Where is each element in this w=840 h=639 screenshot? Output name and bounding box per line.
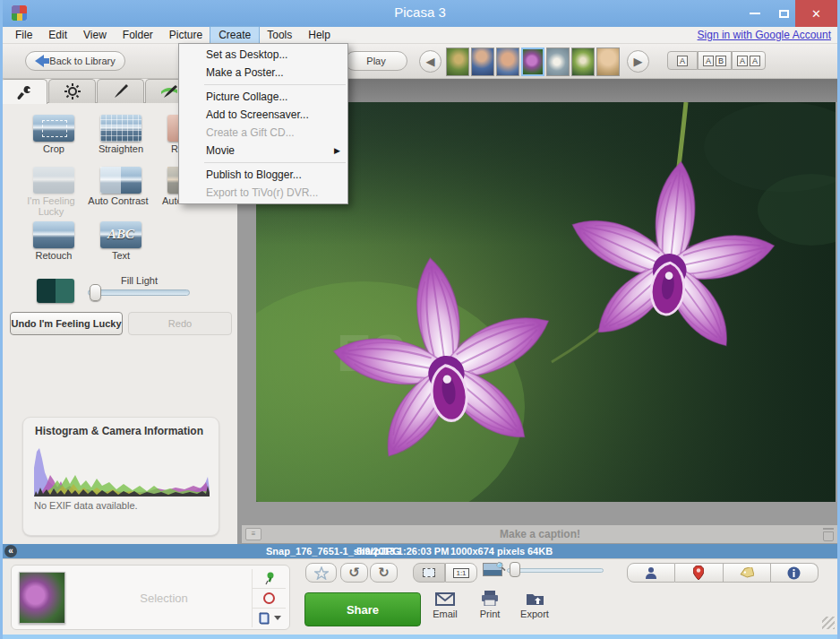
menuitem-add-to-screensaver[interactable]: Add to Screensaver... bbox=[179, 106, 347, 124]
play-button[interactable]: Play bbox=[345, 51, 407, 71]
zoom-slider-thumb[interactable] bbox=[510, 562, 520, 577]
menuitem-publish-to-blogger[interactable]: Publish to Blogger... bbox=[179, 166, 347, 184]
zoom-preview-icon[interactable] bbox=[483, 563, 502, 576]
fit-icon bbox=[423, 568, 435, 577]
caption-trash-icon[interactable] bbox=[823, 528, 834, 540]
rotate-cw-button[interactable]: ↻ bbox=[370, 563, 398, 583]
resize-grip[interactable] bbox=[822, 617, 835, 629]
tab-effects[interactable] bbox=[97, 79, 144, 103]
fill-light-slider-track[interactable] bbox=[88, 289, 190, 296]
undo-button[interactable]: Undo I'm Feeling Lucky bbox=[10, 312, 123, 335]
collapse-panel-button[interactable]: « bbox=[4, 545, 17, 557]
menu-folder[interactable]: Folder bbox=[115, 27, 161, 43]
map-pin-icon bbox=[693, 566, 704, 580]
selection-tray: Selection bbox=[11, 565, 290, 630]
filmstrip-thumb-boy-portrait[interactable] bbox=[496, 47, 519, 76]
clear-selection-button[interactable] bbox=[252, 588, 286, 608]
properties-panel-button[interactable] bbox=[771, 563, 819, 583]
menu-create[interactable]: Create bbox=[210, 27, 259, 43]
one-to-one-icon: 1:1 bbox=[453, 568, 468, 578]
side-panel-toggles bbox=[627, 563, 819, 583]
retouch-tool[interactable] bbox=[33, 221, 74, 248]
wrench-icon bbox=[16, 84, 32, 100]
tab-basic-fixes[interactable] bbox=[0, 79, 47, 104]
selection-label: Selection bbox=[74, 566, 253, 631]
tab-tuning[interactable] bbox=[48, 79, 96, 103]
status-dimensions: 1000x674 pixels bbox=[450, 546, 525, 557]
places-panel-button[interactable] bbox=[675, 563, 723, 583]
caption-bar[interactable]: ≡ Make a caption! bbox=[242, 525, 838, 543]
print-icon bbox=[481, 591, 499, 606]
brush-icon bbox=[113, 83, 129, 99]
maximize-button[interactable] bbox=[770, 0, 797, 27]
people-panel-button[interactable] bbox=[627, 563, 675, 583]
status-filesize: 64KB bbox=[527, 546, 553, 557]
share-button[interactable]: Share bbox=[304, 592, 421, 626]
view-side-by-side-button[interactable]: A B bbox=[698, 51, 732, 70]
auto-contrast-tool[interactable] bbox=[100, 167, 141, 194]
next-photo-button[interactable]: ▶ bbox=[627, 50, 649, 73]
star-button[interactable] bbox=[305, 563, 337, 583]
previous-photo-button[interactable]: ◀ bbox=[419, 50, 441, 73]
view-single-button[interactable]: A bbox=[667, 51, 698, 70]
menuitem-export-to-tivo: Export to TiVo(r) DVR... bbox=[179, 184, 347, 202]
picasa-window: Picasa 3 ✕ File Edit View Folder Picture… bbox=[0, 0, 840, 639]
filmstrip-thumb-orchid-selected[interactable] bbox=[521, 47, 544, 76]
star-icon bbox=[314, 566, 329, 580]
menuitem-set-as-desktop[interactable]: Set as Desktop... bbox=[179, 46, 347, 64]
menuitem-make-a-poster[interactable]: Make a Poster... bbox=[179, 64, 347, 82]
menu-file[interactable]: File bbox=[7, 27, 40, 43]
google-signin-link[interactable]: Sign in with Google Account bbox=[698, 29, 831, 41]
filmstrip-thumb-duck[interactable] bbox=[546, 47, 570, 76]
rotate-ccw-button[interactable]: ↺ bbox=[340, 563, 368, 583]
fit-view-button[interactable] bbox=[413, 563, 445, 583]
straighten-tool[interactable] bbox=[100, 115, 141, 142]
menu-tools[interactable]: Tools bbox=[259, 27, 300, 43]
hold-selection-button[interactable] bbox=[252, 569, 286, 588]
text-tool[interactable]: ABC bbox=[100, 221, 141, 248]
fill-light-slider-thumb[interactable] bbox=[90, 284, 101, 301]
minimize-button[interactable] bbox=[741, 0, 768, 27]
zoom-slider-track[interactable] bbox=[507, 568, 604, 573]
print-action[interactable]: Print bbox=[465, 586, 515, 619]
brightness-icon bbox=[64, 83, 81, 99]
histogram-title: Histogram & Camera Information bbox=[35, 425, 203, 437]
main-toolbar: Back to Library Play ◀ ▶ A A B bbox=[0, 44, 840, 79]
create-menu: Set as Desktop... Make a Poster... Pictu… bbox=[178, 43, 348, 204]
filmstrip-thumb-woman-portrait[interactable] bbox=[596, 47, 620, 76]
menu-help[interactable]: Help bbox=[300, 27, 339, 43]
caption-toggle-icon[interactable]: ≡ bbox=[245, 528, 261, 540]
histogram-panel: Histogram & Camera Information No EXIF d… bbox=[22, 417, 219, 536]
left-arrow-icon: ◀ bbox=[426, 55, 435, 68]
tag-icon bbox=[740, 567, 754, 578]
redo-button: Redo bbox=[128, 312, 232, 335]
crop-tool[interactable] bbox=[33, 115, 74, 142]
menu-edit[interactable]: Edit bbox=[40, 27, 75, 43]
dropdown-caret-icon bbox=[274, 616, 281, 624]
filmstrip-thumb-boy-blue-shirt[interactable] bbox=[471, 47, 494, 76]
view-compare-button[interactable]: A A bbox=[732, 51, 766, 70]
actual-size-button[interactable]: 1:1 bbox=[445, 563, 477, 583]
back-to-library-button[interactable]: Back to Library bbox=[25, 51, 125, 71]
export-action[interactable]: Export bbox=[510, 586, 560, 619]
selection-thumbnail[interactable] bbox=[19, 572, 65, 624]
filmstrip-thumb-butterfly[interactable] bbox=[571, 47, 595, 76]
email-action[interactable]: Email bbox=[420, 586, 470, 619]
abc-icon: ABC bbox=[100, 227, 141, 242]
menu-picture[interactable]: Picture bbox=[161, 27, 210, 43]
add-to-album-button[interactable] bbox=[252, 608, 286, 627]
menu-bar: File Edit View Folder Picture Create Too… bbox=[0, 27, 840, 44]
rotate-ccw-icon: ↺ bbox=[348, 565, 360, 581]
menu-view[interactable]: View bbox=[75, 27, 115, 43]
menuitem-movie[interactable]: Movie ▶ bbox=[179, 142, 347, 160]
menuitem-picture-collage[interactable]: Picture Collage... bbox=[179, 88, 347, 106]
menu-separator bbox=[204, 84, 346, 85]
green-brush-icon bbox=[160, 83, 178, 99]
close-button[interactable]: ✕ bbox=[795, 0, 837, 27]
back-arrow-icon bbox=[35, 55, 44, 67]
title-bar: Picasa 3 ✕ bbox=[0, 0, 840, 27]
filmstrip-thumb-kid-on-bike[interactable] bbox=[446, 47, 469, 76]
text-label: Text bbox=[83, 250, 159, 261]
tags-panel-button[interactable] bbox=[724, 563, 771, 583]
exif-message: No EXIF data available. bbox=[34, 500, 138, 511]
